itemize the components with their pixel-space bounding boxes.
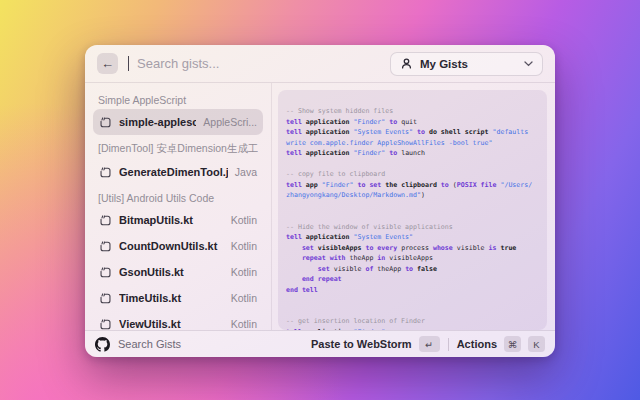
code-line: tell application "Finder" to quit bbox=[286, 117, 539, 128]
gist-title: simple-applescript.a... bbox=[119, 116, 196, 128]
gist-snippet-icon bbox=[99, 166, 112, 179]
section-header: Simple AppleScript bbox=[98, 94, 258, 106]
gist-language: Kotlin bbox=[231, 318, 257, 330]
gist-language: Kotlin bbox=[231, 292, 257, 304]
gists-window: ← My Gists Simple AppleScriptsimple-appl… bbox=[85, 45, 555, 357]
gist-list-item[interactable]: GenerateDimenTool.javaJava bbox=[93, 159, 263, 185]
section-header: [DimenTool] 安卓Dimension生成工具 #Java bbox=[98, 142, 258, 156]
code-line: tell application "Finder" to launch bbox=[286, 148, 539, 159]
cmd-key-icon: ⌘ bbox=[504, 336, 521, 352]
gist-snippet-icon bbox=[99, 318, 112, 331]
code-line bbox=[286, 306, 539, 317]
person-icon bbox=[400, 57, 413, 70]
gist-snippet-icon bbox=[99, 116, 112, 129]
code-line: set visible of theApp to false bbox=[286, 264, 539, 275]
code-line bbox=[286, 295, 539, 306]
desktop-background: ← My Gists Simple AppleScriptsimple-appl… bbox=[0, 0, 640, 400]
github-icon bbox=[95, 337, 110, 352]
gist-language: Kotlin bbox=[231, 214, 257, 226]
code-line: -- get insertion location of Finder bbox=[286, 316, 539, 327]
gist-snippet-icon bbox=[99, 214, 112, 227]
code-line: set visibleApps to every process whose v… bbox=[286, 243, 539, 254]
code-line: repeat with theApp in visibleApps bbox=[286, 253, 539, 264]
app-label: Search Gists bbox=[118, 338, 181, 350]
code-line: -- Hide the window of visible applicatio… bbox=[286, 222, 539, 233]
code-line: write com.apple.finder AppleShowAllFiles… bbox=[286, 138, 539, 149]
text-cursor bbox=[128, 56, 129, 71]
gists-filter-dropdown[interactable]: My Gists bbox=[390, 52, 543, 76]
gist-title: BitmapUtils.kt bbox=[119, 214, 224, 226]
gist-list-item[interactable]: BitmapUtils.ktKotlin bbox=[93, 207, 263, 233]
code-line: tell application "System Events" bbox=[286, 232, 539, 243]
gist-list-item[interactable]: CountDownUtils.ktKotlin bbox=[93, 233, 263, 259]
code-line: -- Show system hidden files bbox=[286, 106, 539, 117]
code-line: -- copy file to clipboard bbox=[286, 169, 539, 180]
enter-key-icon: ↵ bbox=[419, 336, 440, 352]
gist-snippet-icon bbox=[99, 240, 112, 253]
gist-title: TimeUtils.kt bbox=[119, 292, 224, 304]
preview-pane: -- Show system hidden filestell applicat… bbox=[272, 83, 555, 330]
gist-list-item[interactable]: GsonUtils.ktKotlin bbox=[93, 259, 263, 285]
window-body: Simple AppleScriptsimple-applescript.a..… bbox=[85, 83, 555, 330]
gist-language: Java bbox=[235, 166, 257, 178]
gist-language: AppleScri... bbox=[203, 116, 257, 128]
gist-list-item[interactable]: simple-applescript.a...AppleScri... bbox=[93, 109, 263, 135]
code-line bbox=[286, 211, 539, 222]
actions-button[interactable]: Actions ⌘ K bbox=[457, 336, 545, 352]
back-arrow-icon: ← bbox=[101, 57, 114, 70]
code-line: end repeat bbox=[286, 274, 539, 285]
chevron-down-icon bbox=[524, 61, 533, 67]
back-button[interactable]: ← bbox=[97, 53, 118, 74]
gist-snippet-icon bbox=[99, 292, 112, 305]
filter-label: My Gists bbox=[420, 58, 468, 70]
section-header: [Utils] Android Utils Code bbox=[98, 192, 258, 204]
gist-list-item[interactable]: ViewUtils.ktKotlin bbox=[93, 311, 263, 330]
code-line: end tell bbox=[286, 285, 539, 296]
code-preview[interactable]: -- Show system hidden filestell applicat… bbox=[278, 90, 547, 330]
code-line bbox=[286, 201, 539, 212]
code-line: tell application "System Events" to do s… bbox=[286, 127, 539, 138]
gist-title: GenerateDimenTool.java bbox=[119, 166, 228, 178]
gist-list: Simple AppleScriptsimple-applescript.a..… bbox=[85, 83, 272, 330]
code-line: zhangyongkang/Desktop/Markdown.md") bbox=[286, 190, 539, 201]
actions-label: Actions bbox=[457, 338, 497, 350]
code-line: tell app "Finder" to set the clipboard t… bbox=[286, 180, 539, 191]
search-input[interactable] bbox=[137, 56, 382, 71]
primary-action-label: Paste to WebStorm bbox=[311, 338, 412, 350]
gist-title: GsonUtils.kt bbox=[119, 266, 224, 278]
gist-list-item[interactable]: TimeUtils.ktKotlin bbox=[93, 285, 263, 311]
gist-title: ViewUtils.kt bbox=[119, 318, 224, 330]
primary-action-button[interactable]: Paste to WebStorm ↵ bbox=[311, 336, 440, 352]
search-header: ← My Gists bbox=[85, 45, 555, 83]
gist-title: CountDownUtils.kt bbox=[119, 240, 224, 252]
gist-snippet-icon bbox=[99, 266, 112, 279]
gist-language: Kotlin bbox=[231, 240, 257, 252]
gist-language: Kotlin bbox=[231, 266, 257, 278]
code-line bbox=[286, 159, 539, 170]
divider bbox=[448, 338, 449, 351]
status-bar: Search Gists Paste to WebStorm ↵ Actions… bbox=[85, 330, 555, 357]
k-key-icon: K bbox=[528, 336, 545, 352]
